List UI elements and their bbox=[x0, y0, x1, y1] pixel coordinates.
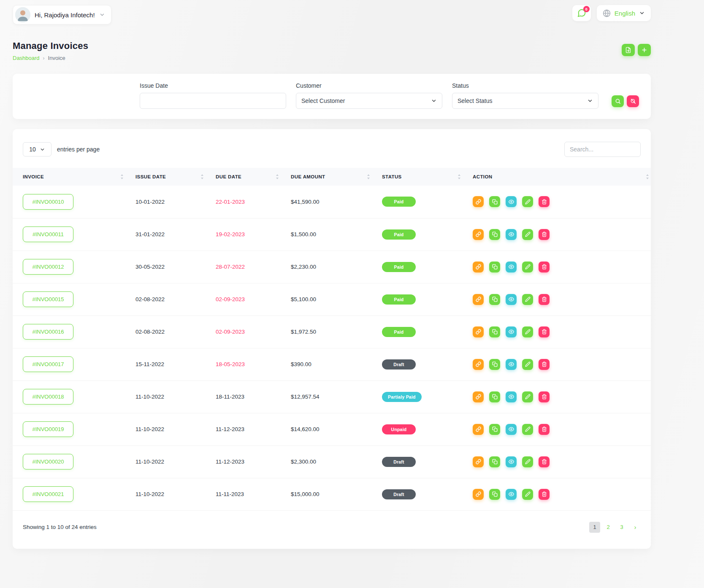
invoice-number-badge[interactable]: #INVO00012 bbox=[23, 259, 73, 275]
reset-filter-button[interactable] bbox=[627, 95, 639, 107]
payment-link-button[interactable] bbox=[473, 489, 484, 500]
edit-button[interactable] bbox=[522, 262, 533, 272]
delete-button[interactable] bbox=[539, 456, 550, 467]
view-button[interactable] bbox=[506, 294, 517, 305]
entries-per-page-select[interactable]: 10 bbox=[23, 142, 51, 156]
table-row: #INVO00012 30-05-2022 28-07-2022 $2,230.… bbox=[13, 251, 651, 283]
edit-button[interactable] bbox=[522, 489, 533, 500]
view-button[interactable] bbox=[506, 229, 517, 240]
duplicate-button[interactable] bbox=[489, 229, 500, 240]
invoice-cell: #INVO00018 bbox=[13, 380, 125, 413]
invoice-number-badge[interactable]: #INVO00010 bbox=[23, 194, 73, 210]
invoice-number-badge[interactable]: #INVO00015 bbox=[23, 291, 73, 307]
duplicate-button[interactable] bbox=[489, 294, 500, 305]
view-button[interactable] bbox=[506, 359, 517, 370]
view-button[interactable] bbox=[506, 489, 517, 500]
invoice-number-badge[interactable]: #INVO00017 bbox=[23, 356, 73, 372]
payment-link-button[interactable] bbox=[473, 294, 484, 305]
table-header-row: INVOICE ISSUE DATE DUE DATE DUE AMOUNT S… bbox=[13, 168, 651, 186]
status-select[interactable]: Select Status bbox=[452, 93, 598, 109]
pagination-page-2[interactable]: 2 bbox=[603, 522, 614, 533]
payment-link-button[interactable] bbox=[473, 229, 484, 240]
edit-button[interactable] bbox=[522, 326, 533, 337]
edit-button[interactable] bbox=[522, 229, 533, 240]
due-date-cell: 18-11-2023 bbox=[206, 380, 281, 413]
view-button[interactable] bbox=[506, 391, 517, 402]
copy-icon bbox=[492, 232, 498, 237]
view-button[interactable] bbox=[506, 424, 517, 435]
view-button[interactable] bbox=[506, 262, 517, 272]
view-button[interactable] bbox=[506, 456, 517, 467]
delete-button[interactable] bbox=[539, 196, 550, 207]
column-header-invoice[interactable]: INVOICE bbox=[13, 168, 125, 186]
invoice-cell: #INVO00020 bbox=[13, 445, 125, 478]
row-actions bbox=[473, 424, 649, 435]
payment-link-button[interactable] bbox=[473, 424, 484, 435]
invoice-number-badge[interactable]: #INVO00011 bbox=[23, 227, 73, 242]
delete-button[interactable] bbox=[539, 294, 550, 305]
payment-link-button[interactable] bbox=[473, 359, 484, 370]
duplicate-button[interactable] bbox=[489, 326, 500, 337]
pagination-next-button[interactable]: › bbox=[630, 522, 641, 533]
duplicate-button[interactable] bbox=[489, 391, 500, 402]
duplicate-button[interactable] bbox=[489, 196, 500, 207]
delete-button[interactable] bbox=[539, 262, 550, 272]
edit-button[interactable] bbox=[522, 294, 533, 305]
delete-button[interactable] bbox=[539, 424, 550, 435]
duplicate-button[interactable] bbox=[489, 359, 500, 370]
column-header-due-amount[interactable]: DUE AMOUNT bbox=[281, 168, 372, 186]
delete-button[interactable] bbox=[539, 391, 550, 402]
invoice-number-badge[interactable]: #INVO00019 bbox=[23, 421, 73, 437]
customer-field: Customer Select Customer bbox=[296, 82, 442, 109]
duplicate-button[interactable] bbox=[489, 489, 500, 500]
payment-link-button[interactable] bbox=[473, 456, 484, 467]
link-icon bbox=[476, 264, 481, 270]
duplicate-button[interactable] bbox=[489, 456, 500, 467]
column-header-due-date[interactable]: DUE DATE bbox=[206, 168, 281, 186]
pencil-icon bbox=[525, 297, 531, 302]
edit-button[interactable] bbox=[522, 391, 533, 402]
delete-button[interactable] bbox=[539, 326, 550, 337]
payment-link-button[interactable] bbox=[473, 326, 484, 337]
payment-link-button[interactable] bbox=[473, 391, 484, 402]
invoice-cell: #INVO00017 bbox=[13, 348, 125, 380]
showing-entries-text: Showing 1 to 10 of 24 entries bbox=[23, 524, 97, 530]
language-selector[interactable]: English bbox=[597, 5, 651, 21]
duplicate-button[interactable] bbox=[489, 262, 500, 272]
view-button[interactable] bbox=[506, 196, 517, 207]
view-button[interactable] bbox=[506, 326, 517, 337]
column-header-action[interactable]: ACTION bbox=[463, 168, 651, 186]
edit-button[interactable] bbox=[522, 359, 533, 370]
pagination-page-3[interactable]: 3 bbox=[616, 522, 627, 533]
breadcrumb-dashboard-link[interactable]: Dashboard bbox=[13, 55, 40, 61]
payment-link-button[interactable] bbox=[473, 196, 484, 207]
invoice-number-badge[interactable]: #INVO00020 bbox=[23, 454, 73, 469]
messages-button[interactable]: 0 bbox=[572, 5, 591, 21]
eye-icon bbox=[509, 297, 514, 302]
edit-button[interactable] bbox=[522, 424, 533, 435]
invoice-number-badge[interactable]: #INVO00018 bbox=[23, 389, 73, 405]
search-input[interactable] bbox=[564, 142, 641, 157]
customer-select[interactable]: Select Customer bbox=[296, 93, 442, 109]
column-header-status[interactable]: STATUS bbox=[372, 168, 463, 186]
edit-button[interactable] bbox=[522, 196, 533, 207]
edit-button[interactable] bbox=[522, 456, 533, 467]
delete-button[interactable] bbox=[539, 229, 550, 240]
duplicate-button[interactable] bbox=[489, 424, 500, 435]
user-menu[interactable]: Hi, Rajodiya Infotech! bbox=[13, 5, 111, 24]
trash-icon bbox=[542, 459, 547, 464]
delete-button[interactable] bbox=[539, 359, 550, 370]
row-actions bbox=[473, 196, 649, 207]
pagination-page-1[interactable]: 1 bbox=[589, 522, 600, 533]
search-icon bbox=[615, 98, 621, 104]
create-invoice-button[interactable] bbox=[638, 44, 651, 56]
export-button[interactable] bbox=[622, 44, 635, 56]
apply-filter-button[interactable] bbox=[612, 95, 624, 107]
delete-button[interactable] bbox=[539, 489, 550, 500]
customer-select-value: Select Customer bbox=[301, 97, 345, 104]
invoice-number-badge[interactable]: #INVO00021 bbox=[23, 486, 73, 502]
column-header-issue-date[interactable]: ISSUE DATE bbox=[125, 168, 206, 186]
invoice-number-badge[interactable]: #INVO00016 bbox=[23, 324, 73, 340]
issue-date-input[interactable] bbox=[140, 93, 286, 109]
payment-link-button[interactable] bbox=[473, 262, 484, 272]
